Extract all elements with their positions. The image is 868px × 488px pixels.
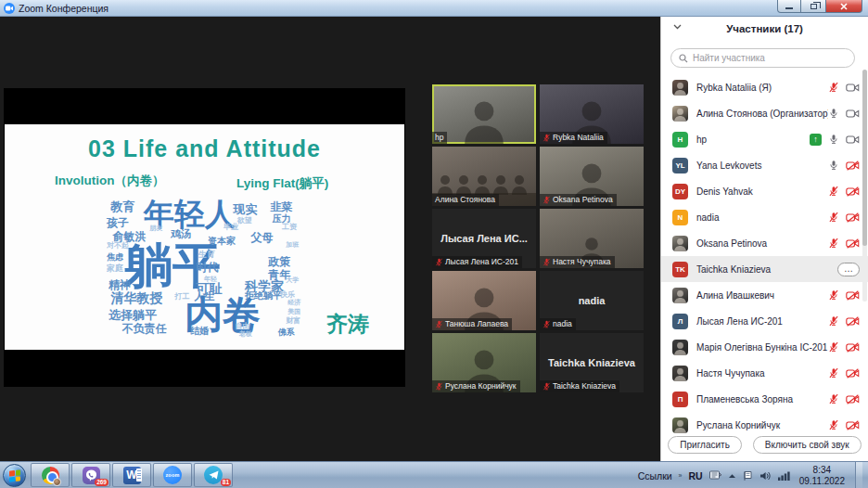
shared-screen: 03 Life and Attitude Involution（内卷） Lyin… [4, 88, 405, 387]
slide-subtitle-involution: Involution（内卷） [55, 173, 165, 189]
participant-row[interactable]: Алина Стоянова (Организатор) [661, 100, 868, 126]
participant-name: Denis Yahvak [696, 186, 828, 197]
participant-row[interactable]: Марія Олегівна Бункіна ІС-201 [661, 334, 868, 360]
camera-off-icon [846, 186, 860, 197]
participant-name: Алина Стоянова (Организатор) [696, 109, 828, 119]
language-indicator[interactable]: RU [689, 470, 703, 482]
camera-off-icon [846, 212, 860, 223]
mic-muted-icon [828, 341, 839, 353]
participant-name: nadia [696, 212, 828, 223]
taskbar-app-word[interactable]: W [112, 463, 151, 487]
participant-row[interactable]: Настя Чучупака [661, 360, 868, 386]
mic-icon [828, 160, 839, 171]
participant-row[interactable]: ППламеневська Зоряна [661, 386, 868, 412]
camera-off-icon [846, 238, 860, 249]
mic-muted-icon [828, 419, 839, 430]
video-tile-настя-чучупака[interactable]: Настя Чучупака [540, 209, 644, 268]
taskbar-app-telegram[interactable]: 81 [194, 463, 233, 487]
participant-name: hp [696, 135, 810, 145]
clock-date: 09.11.2022 [799, 476, 845, 487]
action-center-icon[interactable] [743, 470, 753, 482]
minimize-button[interactable] [777, 0, 801, 13]
video-tile-taichka-kniazieva[interactable]: Taichka Kniazieva Taichka Kniazieva [540, 333, 644, 392]
mic-muted-icon [828, 315, 839, 327]
participant-list: Rybka Nataliia (Я) Алина Стоянова (Орган… [661, 74, 868, 438]
camera-off-icon [846, 342, 860, 353]
start-button[interactable] [3, 464, 26, 487]
participants-title: Участники (17) [726, 23, 803, 34]
keyboard-layout-icon[interactable] [709, 470, 721, 481]
participant-row[interactable]: Алина Ивашкевич [661, 282, 868, 308]
participant-name: Руслана Корнийчук [696, 420, 828, 430]
close-button[interactable] [825, 0, 862, 13]
video-tile-лысая-лена-ис-201[interactable]: Лысая Лена ИС... Лысая Лена ИС-201 [432, 209, 536, 268]
cloud-word: 工资 [282, 224, 297, 231]
taskbar-app-viber[interactable]: 269 [71, 463, 110, 487]
participant-name: Taichka Kniazieva [696, 264, 837, 275]
video-tile-oksana-petinova[interactable]: Oksana Petinova [540, 147, 644, 206]
mic-muted-icon [435, 258, 443, 266]
links-chevron-icon[interactable]: » [679, 472, 683, 479]
cloud-word: 父母 [250, 232, 273, 243]
participants-scrollbar[interactable] [862, 70, 867, 302]
cloud-word: 选择躺平 [108, 309, 157, 321]
taskbar-app-chrome[interactable] [31, 463, 70, 487]
participant-search[interactable] [670, 48, 855, 68]
participant-row[interactable]: YLYana Levkovets [661, 152, 868, 178]
video-tile-nadia[interactable]: nadia nadia [540, 271, 644, 330]
title-bar[interactable]: Zoom Конференция [0, 0, 868, 17]
links-toolbar[interactable]: Ссылки [638, 470, 672, 482]
avatar: N [672, 210, 688, 225]
zoom-app-icon [4, 3, 15, 14]
cloud-word: 佛系 [278, 328, 295, 337]
slide-title: 03 Life and Attitude [5, 135, 404, 162]
cloud-word: 时代 [197, 262, 219, 273]
cloud-word: 焦虑 [107, 253, 123, 262]
person-silhouette [672, 80, 688, 96]
participant-row[interactable]: ЛЛысая Лена ИС-201 [661, 308, 868, 334]
participant-row[interactable]: DYDenis Yahvak [661, 178, 868, 204]
video-tile-алина-стоянова[interactable]: Алина Стоянова [432, 147, 536, 206]
cloud-word: 韭菜 [270, 201, 292, 212]
participants-panel: Участники (17) Rybka Nataliia (Я) Алина … [660, 17, 868, 461]
tile-name-label: Rybka Nataliia [540, 132, 607, 144]
cloud-word: 自由 [236, 323, 250, 330]
avatar: DY [672, 184, 688, 199]
taskbar-app-zoom[interactable]: zoom [153, 463, 192, 487]
system-tray: Ссылки » RU 8:34 09.11.2022 [638, 462, 868, 488]
video-tile-rybka-nataliia[interactable]: Rybka Nataliia [540, 84, 644, 144]
search-input[interactable] [693, 53, 832, 63]
person-silhouette [672, 288, 688, 303]
cloud-word: 美国 [287, 309, 300, 315]
cloud-word: 压力 [273, 214, 291, 224]
panel-collapse-chevron-icon[interactable] [673, 24, 682, 30]
person-silhouette [672, 106, 688, 122]
volume-icon[interactable] [760, 470, 772, 482]
avatar: П [672, 392, 688, 407]
participant-name: Лысая Лена ИС-201 [696, 316, 828, 327]
participant-row[interactable]: Hhp ↑ [661, 126, 868, 152]
cloud-word: 老板 [239, 331, 252, 338]
taskbar-clock[interactable]: 8:34 09.11.2022 [799, 465, 845, 487]
participant-row[interactable]: Nnadia [661, 204, 868, 230]
tile-name-label: nadia [540, 318, 576, 330]
participant-row[interactable]: Oksana Petinova [661, 230, 868, 256]
show-hidden-icons-button[interactable] [728, 473, 736, 479]
show-desktop-button[interactable] [855, 462, 862, 488]
participant-row[interactable]: TKTaichka Kniazieva … [661, 256, 868, 282]
avatar [672, 106, 688, 122]
video-tile-hp[interactable]: hp [432, 84, 536, 144]
network-signal-icon[interactable] [778, 470, 791, 481]
participant-row[interactable]: Руслана Корнийчук [661, 412, 868, 438]
video-tile-руслана-корнийчук[interactable]: Руслана Корнийчук [432, 333, 536, 392]
cloud-word: 毕业 [223, 224, 238, 231]
participant-name: Yana Levkovets [696, 161, 828, 171]
unmute-self-button[interactable]: Включить свой звук [753, 436, 862, 454]
more-options-button[interactable]: … [837, 263, 860, 276]
video-tile-танюша-лапаева[interactable]: Танюша Лапаева [432, 271, 536, 330]
invite-button[interactable]: Пригласить [668, 436, 742, 454]
mic-muted-icon [828, 367, 839, 379]
participant-row[interactable]: Rybka Nataliia (Я) [661, 74, 868, 100]
mic-muted-icon [828, 289, 839, 301]
restore-button[interactable] [801, 0, 825, 13]
